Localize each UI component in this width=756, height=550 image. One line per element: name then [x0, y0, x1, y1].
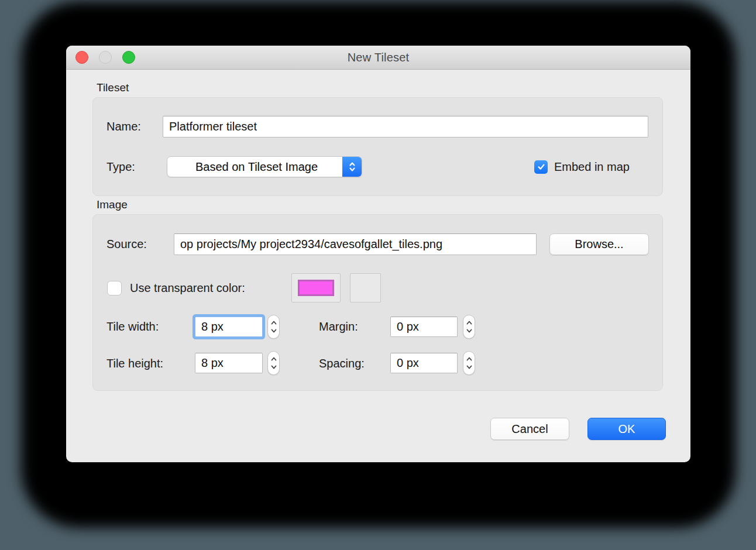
- source-input[interactable]: [174, 233, 537, 255]
- source-label: Source:: [106, 233, 147, 255]
- spacing-input[interactable]: [390, 353, 458, 373]
- type-dropdown[interactable]: Based on Tileset Image: [167, 156, 362, 177]
- new-tileset-dialog: New Tileset Tileset Name: Type: Based on…: [66, 46, 690, 462]
- window-title: New Tileset: [66, 46, 690, 69]
- margin-stepper[interactable]: [463, 315, 475, 339]
- desktop-background: New Tileset Tileset Name: Type: Based on…: [0, 0, 756, 550]
- tile-height-input[interactable]: [195, 353, 263, 373]
- type-label: Type:: [106, 156, 135, 177]
- margin-input[interactable]: [390, 317, 458, 337]
- transparent-color-swatch-button[interactable]: [291, 273, 341, 302]
- chevron-up-icon: [270, 356, 277, 362]
- chevron-down-icon: [466, 365, 473, 370]
- spacing-label: Spacing:: [319, 352, 365, 375]
- dropdown-arrows-icon: [342, 157, 362, 177]
- transparent-color-label: Use transparent color:: [130, 281, 245, 295]
- name-input[interactable]: [163, 116, 648, 138]
- embed-in-map-control[interactable]: Embed in map: [534, 156, 630, 177]
- chevron-up-icon: [466, 356, 473, 362]
- image-section-label: Image: [97, 198, 128, 211]
- spacing-stepper[interactable]: [463, 351, 475, 375]
- tile-height-label: Tile height:: [106, 352, 163, 375]
- use-transparent-color-control[interactable]: Use transparent color:: [107, 273, 245, 302]
- color-swatch: [298, 280, 334, 296]
- tile-width-label: Tile width:: [106, 315, 159, 338]
- type-dropdown-value: Based on Tileset Image: [167, 160, 342, 174]
- margin-label: Margin:: [319, 315, 358, 338]
- cancel-button[interactable]: Cancel: [490, 418, 569, 440]
- chevron-up-icon: [270, 320, 277, 325]
- embed-label: Embed in map: [554, 160, 630, 174]
- name-label: Name:: [106, 116, 141, 138]
- tile-width-stepper[interactable]: [267, 315, 280, 339]
- chevron-down-icon: [270, 328, 277, 334]
- transparent-color-checkbox[interactable]: [107, 281, 122, 295]
- chevron-up-icon: [466, 320, 473, 325]
- chevron-down-icon: [270, 365, 277, 370]
- tileset-section-label: Tileset: [97, 81, 129, 94]
- ok-button[interactable]: OK: [587, 418, 666, 440]
- tile-width-input[interactable]: [195, 317, 263, 337]
- color-picker-button[interactable]: [350, 273, 381, 302]
- tileset-groupbox: [92, 97, 663, 196]
- browse-button[interactable]: Browse...: [549, 233, 649, 255]
- tile-height-stepper[interactable]: [267, 351, 280, 375]
- checkmark-icon: [537, 162, 546, 171]
- chevron-down-icon: [466, 328, 473, 334]
- embed-checkbox[interactable]: [534, 160, 548, 174]
- titlebar[interactable]: New Tileset: [66, 46, 690, 70]
